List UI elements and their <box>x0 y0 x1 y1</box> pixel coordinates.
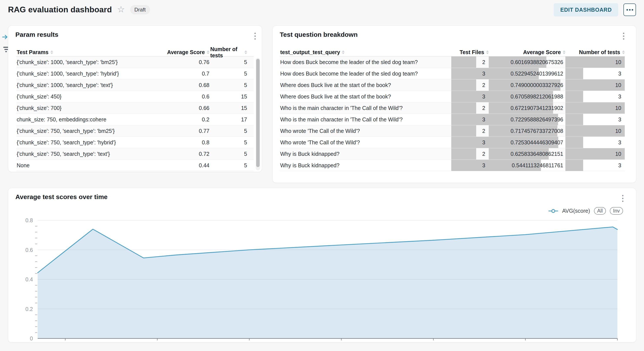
cell-average-score: 0.66 <box>156 102 210 114</box>
status-badge: Draft <box>130 5 150 14</box>
table-row: {'chunk_size': 1000, 'search_type': 'bm2… <box>16 56 254 68</box>
param-results-panel: Param results Test ParamsAverage ScoreNu… <box>8 25 262 172</box>
cell-test-query: Why is Buck kidnapped? <box>280 148 451 159</box>
data-bar <box>566 160 583 171</box>
cell-value: 2 <box>482 59 489 65</box>
star-icon[interactable]: ☆ <box>117 5 125 14</box>
cell-value: 2 <box>482 105 489 111</box>
scrollbar-thumb[interactable] <box>256 59 260 167</box>
edit-dashboard-button[interactable]: EDIT DASHBOARD <box>554 3 618 16</box>
table-scrollbar[interactable] <box>256 58 260 170</box>
cell-average-score: 0.6 <box>156 91 210 102</box>
sort-icon <box>622 50 625 54</box>
cell-test-files: 2 <box>451 125 489 137</box>
cell-value: 3 <box>482 93 489 100</box>
table-row: Where does Buck live at the start of the… <box>280 79 625 91</box>
page-title: RAG evaluation dashboard <box>8 5 112 14</box>
panel-title: Param results <box>15 31 58 38</box>
cell-value: 3 <box>618 116 625 123</box>
cell-number-of-tests: 3 <box>566 91 625 102</box>
data-bar <box>566 68 583 79</box>
cell-test-files: 3 <box>451 91 489 102</box>
table-row: {'chunk_size': 1000, 'search_type': 'tex… <box>16 79 254 91</box>
panel-title: Test question breakdown <box>280 31 358 38</box>
y-axis-tick-label: 0.2 <box>25 306 33 312</box>
cell-test-params: {'chunk_size': 450} <box>16 91 156 102</box>
cell-average-score: 0.7490000003327926 <box>489 79 566 91</box>
cell-test-query: Where does Buck live at the start of the… <box>280 79 451 91</box>
cell-test-params: {'chunk_size': 1000, 'search_type': 'bm2… <box>16 56 156 68</box>
y-axis-tick-label: 0.6 <box>25 247 33 253</box>
column-header-label: Number of tests <box>579 49 620 55</box>
cell-number-of-tests: 5 <box>210 79 254 91</box>
column-header-average-score[interactable]: Average Score <box>489 49 566 55</box>
panel-menu-icon[interactable] <box>253 31 257 41</box>
cell-average-score: 0.7253044446309407 <box>489 137 566 148</box>
cell-value: 0.5441113246811761 <box>512 162 566 169</box>
table-row: Who is the main character in 'The Call o… <box>280 114 625 125</box>
table-row: {'chunk_size': 750, 'search_type': 'bm25… <box>16 125 254 137</box>
column-header-number-of-tests[interactable]: Number of tests <box>566 49 625 55</box>
dashboard-page: RAG evaluation dashboard ☆ Draft EDIT DA… <box>0 0 644 351</box>
table-row: Who wrote 'The Call of the Wild'?30.7253… <box>280 137 625 148</box>
column-header-test-query[interactable]: test_output_test_query <box>280 49 451 55</box>
cell-test-params: {'chunk_size': 1000, 'search_type': 'tex… <box>16 79 156 91</box>
question-breakdown-panel: Test question breakdown test_output_test… <box>272 25 636 183</box>
column-header-test-files[interactable]: Test Files <box>451 49 489 55</box>
cell-value: 10 <box>615 82 625 88</box>
data-bar <box>566 91 583 102</box>
cell-average-score: 0.5441113246811761 <box>489 160 566 171</box>
cell-test-files: 3 <box>451 68 489 79</box>
cell-number-of-tests: 5 <box>210 160 254 171</box>
cell-test-files: 2 <box>451 102 489 114</box>
cell-value: 10 <box>615 105 625 111</box>
cell-value: 3 <box>618 93 625 100</box>
cell-average-score: 0.76 <box>156 56 210 68</box>
y-axis-tick-label: 0.4 <box>25 276 33 282</box>
cell-average-score: 0.7 <box>156 68 210 79</box>
table-row: How does Buck become the leader of the s… <box>280 68 625 79</box>
column-header-label: Average Score <box>167 49 205 55</box>
cell-test-files: 2 <box>451 79 489 91</box>
cell-number-of-tests: 3 <box>566 160 625 171</box>
cell-test-query: How does Buck become the leader of the s… <box>280 56 451 68</box>
table-row: How does Buck become the leader of the s… <box>280 56 625 68</box>
cell-average-score: 0.7229588826497396 <box>489 114 566 125</box>
cell-value: 10 <box>615 59 625 65</box>
cell-number-of-tests: 10 <box>566 125 625 137</box>
cell-test-files: 2 <box>451 148 489 159</box>
column-header-average-score[interactable]: Average Score <box>156 49 210 55</box>
scores-over-time-panel: Average test scores over time AVG(score)… <box>8 188 636 343</box>
panel-menu-icon[interactable] <box>622 31 626 41</box>
ellipsis-icon <box>626 9 628 10</box>
scores-line-chart[interactable]: 00.20.40.60.821:2021:4022:0022:2022:4023… <box>8 188 636 343</box>
cell-number-of-tests: 10 <box>566 79 625 91</box>
table-row: Where does Buck live at the start of the… <box>280 91 625 102</box>
cell-test-params: {'chunk_size': 750, 'search_type': 'hybr… <box>16 137 156 148</box>
more-options-button[interactable] <box>624 3 636 16</box>
cell-test-params: {'chunk_size': 750, 'search_type': 'bm25… <box>16 125 156 137</box>
data-bar <box>451 125 476 137</box>
cell-value: 0.6721907341231902 <box>510 105 566 111</box>
cell-value: 3 <box>618 139 625 146</box>
cell-number-of-tests: 3 <box>566 68 625 79</box>
param-results-table: Test ParamsAverage ScoreNumber of tests{… <box>16 48 254 171</box>
cell-number-of-tests: 3 <box>566 114 625 125</box>
cell-number-of-tests: 15 <box>210 102 254 114</box>
cell-value: 3 <box>618 70 625 77</box>
column-header-test-params[interactable]: Test Params <box>16 49 156 55</box>
data-bar <box>566 114 583 125</box>
cell-test-query: Who wrote 'The Call of the Wild'? <box>280 137 451 148</box>
y-axis-tick-label: 0.8 <box>25 217 33 223</box>
cell-number-of-tests: 5 <box>210 125 254 137</box>
cell-number-of-tests: 5 <box>210 68 254 79</box>
topbar: RAG evaluation dashboard ☆ Draft EDIT DA… <box>0 0 644 19</box>
cell-value: 0.7490000003327926 <box>510 82 566 88</box>
cell-average-score: 0.5229452401399612 <box>489 68 566 79</box>
data-bar <box>566 137 583 148</box>
series-area <box>38 227 617 339</box>
cell-test-query: Who is the main character in 'The Call o… <box>280 102 451 114</box>
cell-average-score: 0.2 <box>156 114 210 125</box>
cell-number-of-tests: 3 <box>566 137 625 148</box>
cell-test-params: {'chunk_size': 700} <box>16 102 156 114</box>
